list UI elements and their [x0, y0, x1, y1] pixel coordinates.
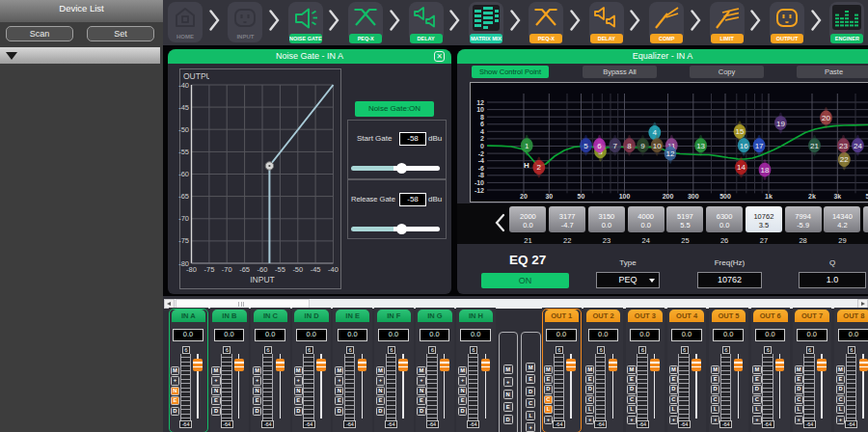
- svg-text:-75: -75: [178, 236, 189, 245]
- svg-text:18: 18: [761, 166, 770, 175]
- svg-text:1k: 1k: [765, 193, 773, 200]
- svg-text:9: 9: [640, 142, 645, 150]
- svg-text:-65: -65: [239, 265, 250, 274]
- svg-text:-4: -4: [478, 157, 484, 164]
- svg-text:-60: -60: [178, 170, 189, 178]
- svg-text:12: 12: [476, 99, 484, 106]
- svg-text:-45: -45: [178, 103, 189, 112]
- svg-text:-40: -40: [328, 265, 339, 274]
- svg-text:-75: -75: [203, 265, 214, 274]
- svg-text:300: 300: [688, 193, 699, 200]
- svg-text:8: 8: [627, 142, 632, 150]
- svg-text:100: 100: [619, 193, 631, 200]
- svg-text:8: 8: [480, 114, 484, 121]
- svg-text:12: 12: [666, 149, 675, 158]
- svg-text:14: 14: [737, 163, 746, 172]
- svg-text:7: 7: [612, 142, 617, 150]
- svg-text:24: 24: [854, 142, 862, 150]
- svg-text:2: 2: [537, 163, 542, 172]
- svg-text:-60: -60: [258, 265, 268, 274]
- svg-text:20: 20: [520, 193, 528, 200]
- svg-text:1: 1: [525, 142, 529, 150]
- svg-text:-12: -12: [475, 187, 484, 194]
- svg-text:13: 13: [696, 142, 705, 150]
- svg-text:10: 10: [476, 106, 484, 113]
- svg-text:6: 6: [480, 121, 484, 127]
- svg-text:500: 500: [719, 193, 731, 200]
- svg-text:H: H: [524, 161, 529, 170]
- svg-text:2k: 2k: [808, 193, 816, 200]
- svg-text:-8: -8: [478, 172, 484, 178]
- svg-text:50: 50: [578, 193, 585, 200]
- svg-text:-70: -70: [178, 214, 189, 223]
- svg-text:20: 20: [822, 114, 830, 122]
- svg-text:-2: -2: [478, 150, 484, 157]
- svg-text:5: 5: [583, 142, 588, 150]
- svg-text:-45: -45: [311, 265, 321, 274]
- svg-text:-80: -80: [186, 265, 197, 274]
- svg-text:4: 4: [480, 128, 484, 135]
- svg-text:30: 30: [545, 193, 553, 200]
- svg-text:-55: -55: [275, 265, 285, 274]
- svg-text:21: 21: [810, 142, 819, 150]
- svg-text:-70: -70: [222, 265, 232, 274]
- svg-text:6: 6: [597, 142, 602, 150]
- svg-text:17: 17: [755, 142, 764, 150]
- svg-text:15: 15: [736, 127, 745, 136]
- svg-text:-50: -50: [178, 125, 189, 134]
- svg-text:-6: -6: [478, 165, 484, 172]
- svg-text:200: 200: [663, 193, 674, 200]
- svg-text:-40: -40: [178, 81, 189, 90]
- svg-text:10: 10: [653, 142, 662, 150]
- svg-text:-55: -55: [178, 148, 189, 156]
- svg-text:-10: -10: [475, 179, 484, 186]
- svg-text:0: 0: [480, 143, 484, 149]
- svg-text:-65: -65: [178, 192, 189, 201]
- svg-text:2: 2: [480, 135, 484, 142]
- svg-text:23: 23: [839, 142, 848, 150]
- svg-text:16: 16: [740, 142, 748, 150]
- svg-text:INPUT: INPUT: [250, 275, 275, 284]
- svg-text:3k: 3k: [833, 193, 841, 200]
- svg-text:19: 19: [776, 120, 785, 128]
- svg-text:22: 22: [840, 155, 849, 164]
- svg-text:-50: -50: [292, 265, 303, 274]
